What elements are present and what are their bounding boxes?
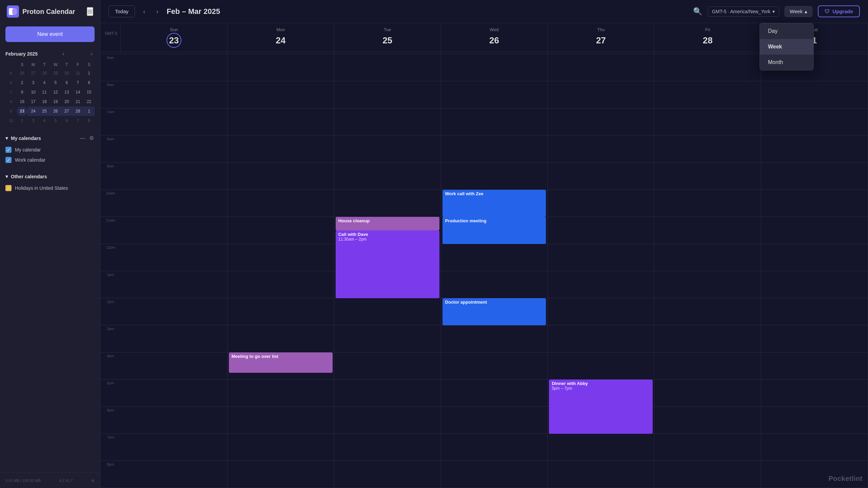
calendar-item-my[interactable]: ✓ My calendar [5,145,95,155]
hour-cell[interactable] [228,163,334,190]
mini-cal-day[interactable]: 30 [61,68,72,78]
next-week-button[interactable]: › [154,6,161,17]
hour-cell[interactable] [548,190,654,217]
mini-cal-prev[interactable]: ‹ [60,50,66,58]
my-calendars-minus[interactable]: — [79,135,86,141]
mini-cal-day[interactable]: 26 [50,106,61,116]
hour-cell[interactable] [441,352,548,380]
hour-cell[interactable] [121,136,227,163]
hour-cell[interactable] [334,163,441,190]
hour-cell[interactable] [228,271,334,298]
mini-cal-day[interactable]: 5 [50,116,61,125]
hour-cell[interactable] [654,352,761,380]
hour-cell[interactable] [334,136,441,163]
hour-cell[interactable] [654,271,761,298]
hour-cell[interactable] [441,434,548,461]
hour-cell[interactable] [121,108,227,136]
hour-cell[interactable] [654,407,761,434]
hour-cell[interactable] [654,190,761,217]
hour-cell[interactable] [121,81,227,108]
hour-cell[interactable] [548,244,654,271]
hour-cell[interactable] [441,54,548,81]
grid-icon-button[interactable]: ⊞ [87,7,93,16]
day-col-0[interactable] [121,52,228,488]
day-header-fri[interactable]: Fri 28 [654,23,761,52]
dropdown-week[interactable]: Week [760,39,813,55]
day-col-6[interactable] [761,52,868,488]
hour-cell[interactable] [228,434,334,461]
upgrade-button[interactable]: 🛡 Upgrade [818,5,860,17]
hour-cell[interactable] [121,434,227,461]
hour-cell[interactable] [548,461,654,488]
mini-cal-day[interactable]: 12 [50,87,61,97]
hour-cell[interactable] [334,380,441,407]
day-header-sun[interactable]: Sun 23 [121,23,228,52]
dropdown-month[interactable]: Month [760,55,813,70]
event-block[interactable]: Meeting to go over list [229,352,333,373]
today-button[interactable]: Today [108,5,135,17]
mini-cal-day[interactable]: 23 [17,106,28,116]
collapse-sidebar-button[interactable]: « [91,477,95,484]
hour-cell[interactable] [654,298,761,325]
hour-cell[interactable] [334,108,441,136]
hour-cell[interactable] [548,54,654,81]
hour-cell[interactable] [121,163,227,190]
my-calendars-settings[interactable]: ⚙ [88,135,95,141]
hour-cell[interactable] [548,163,654,190]
hour-cell[interactable] [121,325,227,352]
hour-cell[interactable] [761,190,868,217]
event-block[interactable]: Production meeting [442,217,546,244]
mini-cal-next[interactable]: › [89,50,95,58]
hour-cell[interactable] [334,54,441,81]
mini-cal-day[interactable]: 6 [61,78,72,87]
event-block[interactable]: House cleanup [336,217,439,230]
hour-cell[interactable] [228,190,334,217]
hour-cell[interactable] [654,434,761,461]
mini-cal-day[interactable]: 1 [83,106,95,116]
hour-cell[interactable] [441,244,548,271]
hour-cell[interactable] [228,380,334,407]
mini-cal-day[interactable]: 24 [28,106,39,116]
day-col-1[interactable]: Meeting to go over list [228,52,334,488]
mini-cal-day[interactable]: 1 [83,68,95,78]
mini-cal-day[interactable]: 26 [17,68,28,78]
hour-cell[interactable] [121,461,227,488]
hour-cell[interactable] [761,271,868,298]
hour-cell[interactable] [548,81,654,108]
hour-cell[interactable] [228,325,334,352]
search-button[interactable]: 🔍 [693,7,702,16]
hour-cell[interactable] [441,461,548,488]
hour-cell[interactable] [441,407,548,434]
mini-cal-day[interactable]: 3 [28,78,39,87]
hour-cell[interactable] [761,217,868,244]
hour-cell[interactable] [121,380,227,407]
hour-cell[interactable] [121,271,227,298]
hour-cell[interactable] [761,352,868,380]
day-col-3[interactable]: Work call with ZeeProduction meetingDoct… [441,52,548,488]
hour-cell[interactable] [334,352,441,380]
day-header-thu[interactable]: Thu 27 [548,23,654,52]
mini-cal-day[interactable]: 3 [28,116,39,125]
mini-cal-day[interactable]: 28 [72,106,83,116]
hour-cell[interactable] [334,461,441,488]
dropdown-day[interactable]: Day [760,23,813,39]
hour-cell[interactable] [121,352,227,380]
mini-cal-day[interactable]: 11 [39,87,50,97]
mini-cal-day[interactable]: 29 [50,68,61,78]
hour-cell[interactable] [441,325,548,352]
mini-cal-day[interactable]: 5 [50,78,61,87]
day-header-wed[interactable]: Wed 26 [441,23,548,52]
hour-cell[interactable] [548,136,654,163]
mini-cal-day[interactable]: 7 [72,78,83,87]
hour-cell[interactable] [761,298,868,325]
hour-cell[interactable] [654,244,761,271]
hour-cell[interactable] [654,81,761,108]
event-block[interactable]: Work call with Zee [442,190,546,217]
hour-cell[interactable] [121,190,227,217]
mini-cal-day[interactable]: 21 [72,97,83,106]
timezone-selector[interactable]: GMT-5 · America/New_York ▾ [708,6,779,17]
event-block[interactable]: Doctor appointment [442,298,546,325]
mini-cal-day[interactable]: 20 [61,97,72,106]
hour-cell[interactable] [228,81,334,108]
my-calendar-checkbox[interactable]: ✓ [5,147,12,153]
